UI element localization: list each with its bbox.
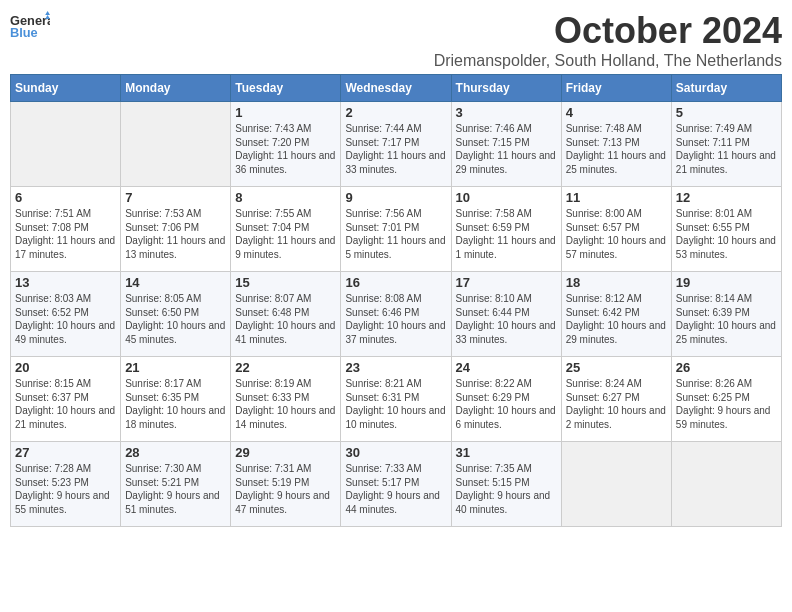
day-number: 14 bbox=[125, 275, 226, 290]
day-info: Sunrise: 7:28 AM Sunset: 5:23 PM Dayligh… bbox=[15, 462, 116, 516]
day-number: 23 bbox=[345, 360, 446, 375]
weekday-header: Thursday bbox=[451, 75, 561, 102]
day-number: 20 bbox=[15, 360, 116, 375]
day-number: 27 bbox=[15, 445, 116, 460]
day-number: 13 bbox=[15, 275, 116, 290]
calendar-cell: 29Sunrise: 7:31 AM Sunset: 5:19 PM Dayli… bbox=[231, 442, 341, 527]
calendar-week-row: 1Sunrise: 7:43 AM Sunset: 7:20 PM Daylig… bbox=[11, 102, 782, 187]
day-info: Sunrise: 8:26 AM Sunset: 6:25 PM Dayligh… bbox=[676, 377, 777, 431]
day-number: 25 bbox=[566, 360, 667, 375]
day-info: Sunrise: 7:49 AM Sunset: 7:11 PM Dayligh… bbox=[676, 122, 777, 176]
day-number: 1 bbox=[235, 105, 336, 120]
day-info: Sunrise: 7:31 AM Sunset: 5:19 PM Dayligh… bbox=[235, 462, 336, 516]
day-number: 12 bbox=[676, 190, 777, 205]
calendar-table: SundayMondayTuesdayWednesdayThursdayFrid… bbox=[10, 74, 782, 527]
day-number: 22 bbox=[235, 360, 336, 375]
calendar-cell: 28Sunrise: 7:30 AM Sunset: 5:21 PM Dayli… bbox=[121, 442, 231, 527]
day-info: Sunrise: 8:05 AM Sunset: 6:50 PM Dayligh… bbox=[125, 292, 226, 346]
day-info: Sunrise: 8:21 AM Sunset: 6:31 PM Dayligh… bbox=[345, 377, 446, 431]
calendar-cell: 27Sunrise: 7:28 AM Sunset: 5:23 PM Dayli… bbox=[11, 442, 121, 527]
calendar-cell: 1Sunrise: 7:43 AM Sunset: 7:20 PM Daylig… bbox=[231, 102, 341, 187]
day-info: Sunrise: 8:00 AM Sunset: 6:57 PM Dayligh… bbox=[566, 207, 667, 261]
day-info: Sunrise: 8:10 AM Sunset: 6:44 PM Dayligh… bbox=[456, 292, 557, 346]
day-info: Sunrise: 8:15 AM Sunset: 6:37 PM Dayligh… bbox=[15, 377, 116, 431]
day-info: Sunrise: 7:30 AM Sunset: 5:21 PM Dayligh… bbox=[125, 462, 226, 516]
day-info: Sunrise: 7:43 AM Sunset: 7:20 PM Dayligh… bbox=[235, 122, 336, 176]
day-info: Sunrise: 8:19 AM Sunset: 6:33 PM Dayligh… bbox=[235, 377, 336, 431]
calendar-cell bbox=[121, 102, 231, 187]
day-number: 19 bbox=[676, 275, 777, 290]
day-number: 9 bbox=[345, 190, 446, 205]
day-number: 10 bbox=[456, 190, 557, 205]
day-info: Sunrise: 8:14 AM Sunset: 6:39 PM Dayligh… bbox=[676, 292, 777, 346]
logo: General Blue bbox=[10, 10, 50, 40]
day-info: Sunrise: 8:22 AM Sunset: 6:29 PM Dayligh… bbox=[456, 377, 557, 431]
calendar-cell: 26Sunrise: 8:26 AM Sunset: 6:25 PM Dayli… bbox=[671, 357, 781, 442]
calendar-cell: 21Sunrise: 8:17 AM Sunset: 6:35 PM Dayli… bbox=[121, 357, 231, 442]
day-info: Sunrise: 7:33 AM Sunset: 5:17 PM Dayligh… bbox=[345, 462, 446, 516]
svg-text:Blue: Blue bbox=[10, 25, 38, 40]
day-info: Sunrise: 7:56 AM Sunset: 7:01 PM Dayligh… bbox=[345, 207, 446, 261]
calendar-cell: 10Sunrise: 7:58 AM Sunset: 6:59 PM Dayli… bbox=[451, 187, 561, 272]
calendar-cell: 30Sunrise: 7:33 AM Sunset: 5:17 PM Dayli… bbox=[341, 442, 451, 527]
calendar-cell: 4Sunrise: 7:48 AM Sunset: 7:13 PM Daylig… bbox=[561, 102, 671, 187]
day-info: Sunrise: 7:53 AM Sunset: 7:06 PM Dayligh… bbox=[125, 207, 226, 261]
day-number: 6 bbox=[15, 190, 116, 205]
day-info: Sunrise: 8:07 AM Sunset: 6:48 PM Dayligh… bbox=[235, 292, 336, 346]
weekday-header-row: SundayMondayTuesdayWednesdayThursdayFrid… bbox=[11, 75, 782, 102]
page-header: General Blue October 2024 Driemanspolder… bbox=[10, 10, 782, 70]
calendar-cell: 15Sunrise: 8:07 AM Sunset: 6:48 PM Dayli… bbox=[231, 272, 341, 357]
calendar-cell: 24Sunrise: 8:22 AM Sunset: 6:29 PM Dayli… bbox=[451, 357, 561, 442]
day-info: Sunrise: 8:17 AM Sunset: 6:35 PM Dayligh… bbox=[125, 377, 226, 431]
day-number: 16 bbox=[345, 275, 446, 290]
day-info: Sunrise: 7:46 AM Sunset: 7:15 PM Dayligh… bbox=[456, 122, 557, 176]
day-number: 15 bbox=[235, 275, 336, 290]
calendar-week-row: 13Sunrise: 8:03 AM Sunset: 6:52 PM Dayli… bbox=[11, 272, 782, 357]
calendar-cell bbox=[671, 442, 781, 527]
day-number: 4 bbox=[566, 105, 667, 120]
day-info: Sunrise: 8:12 AM Sunset: 6:42 PM Dayligh… bbox=[566, 292, 667, 346]
day-info: Sunrise: 7:55 AM Sunset: 7:04 PM Dayligh… bbox=[235, 207, 336, 261]
weekday-header: Sunday bbox=[11, 75, 121, 102]
day-info: Sunrise: 8:03 AM Sunset: 6:52 PM Dayligh… bbox=[15, 292, 116, 346]
day-info: Sunrise: 8:08 AM Sunset: 6:46 PM Dayligh… bbox=[345, 292, 446, 346]
calendar-cell: 12Sunrise: 8:01 AM Sunset: 6:55 PM Dayli… bbox=[671, 187, 781, 272]
day-info: Sunrise: 7:44 AM Sunset: 7:17 PM Dayligh… bbox=[345, 122, 446, 176]
day-number: 7 bbox=[125, 190, 226, 205]
calendar-cell: 6Sunrise: 7:51 AM Sunset: 7:08 PM Daylig… bbox=[11, 187, 121, 272]
calendar-cell: 17Sunrise: 8:10 AM Sunset: 6:44 PM Dayli… bbox=[451, 272, 561, 357]
calendar-week-row: 27Sunrise: 7:28 AM Sunset: 5:23 PM Dayli… bbox=[11, 442, 782, 527]
calendar-cell: 2Sunrise: 7:44 AM Sunset: 7:17 PM Daylig… bbox=[341, 102, 451, 187]
day-number: 18 bbox=[566, 275, 667, 290]
calendar-week-row: 20Sunrise: 8:15 AM Sunset: 6:37 PM Dayli… bbox=[11, 357, 782, 442]
logo-icon: General Blue bbox=[10, 10, 50, 40]
day-number: 17 bbox=[456, 275, 557, 290]
weekday-header: Monday bbox=[121, 75, 231, 102]
title-section: October 2024 Driemanspolder, South Holla… bbox=[434, 10, 782, 70]
day-number: 11 bbox=[566, 190, 667, 205]
calendar-cell: 8Sunrise: 7:55 AM Sunset: 7:04 PM Daylig… bbox=[231, 187, 341, 272]
day-number: 29 bbox=[235, 445, 336, 460]
day-info: Sunrise: 7:48 AM Sunset: 7:13 PM Dayligh… bbox=[566, 122, 667, 176]
day-number: 26 bbox=[676, 360, 777, 375]
calendar-cell: 5Sunrise: 7:49 AM Sunset: 7:11 PM Daylig… bbox=[671, 102, 781, 187]
day-number: 31 bbox=[456, 445, 557, 460]
day-number: 21 bbox=[125, 360, 226, 375]
weekday-header: Wednesday bbox=[341, 75, 451, 102]
day-number: 8 bbox=[235, 190, 336, 205]
day-info: Sunrise: 8:01 AM Sunset: 6:55 PM Dayligh… bbox=[676, 207, 777, 261]
day-number: 28 bbox=[125, 445, 226, 460]
calendar-cell: 31Sunrise: 7:35 AM Sunset: 5:15 PM Dayli… bbox=[451, 442, 561, 527]
day-number: 24 bbox=[456, 360, 557, 375]
day-number: 30 bbox=[345, 445, 446, 460]
calendar-cell bbox=[11, 102, 121, 187]
weekday-header: Tuesday bbox=[231, 75, 341, 102]
calendar-cell: 14Sunrise: 8:05 AM Sunset: 6:50 PM Dayli… bbox=[121, 272, 231, 357]
weekday-header: Friday bbox=[561, 75, 671, 102]
day-number: 3 bbox=[456, 105, 557, 120]
weekday-header: Saturday bbox=[671, 75, 781, 102]
calendar-cell bbox=[561, 442, 671, 527]
month-title: October 2024 bbox=[434, 10, 782, 52]
day-info: Sunrise: 7:35 AM Sunset: 5:15 PM Dayligh… bbox=[456, 462, 557, 516]
calendar-cell: 7Sunrise: 7:53 AM Sunset: 7:06 PM Daylig… bbox=[121, 187, 231, 272]
